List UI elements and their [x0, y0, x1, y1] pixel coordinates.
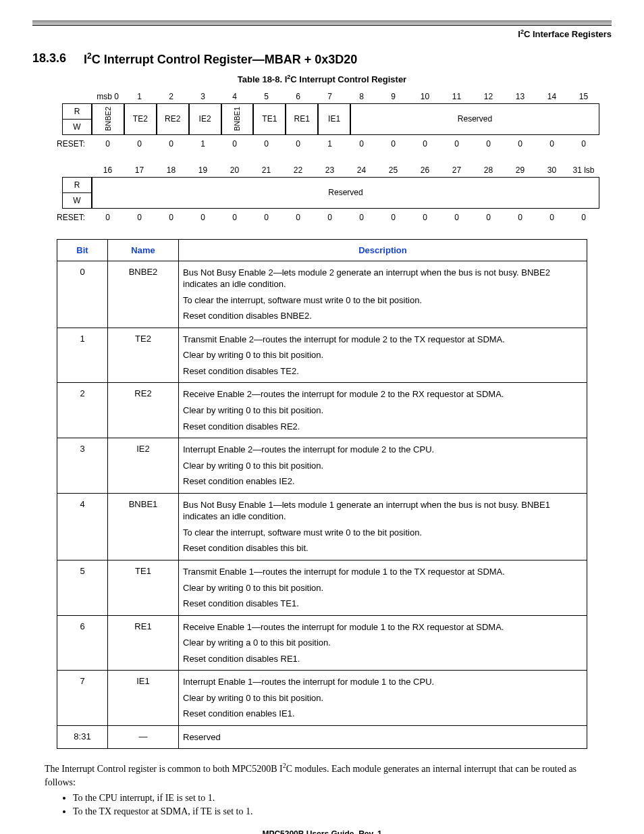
cell-description: Interrupt Enable 2—routes the interrupt …: [179, 438, 587, 494]
reset-value: 0: [504, 137, 536, 151]
table-row: 6RE1Receive Enable 1—routes the interrup…: [57, 615, 587, 671]
bit-number: 3: [187, 92, 219, 101]
reset-label: RESET:: [45, 211, 92, 224]
section-heading: 18.3.6 I2C Interrupt Control Register—MB…: [32, 51, 612, 67]
reset-value: 0: [346, 211, 377, 224]
reset-value: 0: [314, 211, 346, 224]
bit-number: 30: [536, 165, 568, 175]
reset-value: 0: [155, 211, 187, 224]
bit-number: 12: [473, 92, 504, 101]
register-field: Reserved: [92, 177, 599, 209]
reset-value: 1: [187, 137, 219, 151]
reset-value: 0: [92, 211, 124, 224]
section-number: 18.3.6: [32, 51, 66, 67]
read-label: R: [62, 177, 92, 192]
bit-number: 13: [504, 92, 536, 101]
cell-description: Interrupt Enable 1—routes the interrupt …: [179, 671, 587, 726]
reset-value: 0: [536, 211, 568, 224]
register-field: BNBE2: [92, 103, 124, 135]
register-field: TE1: [253, 103, 286, 135]
bullet-list: To the CPU interrupt, if IE is set to 1.…: [73, 793, 612, 817]
register-diagram-low: 16171819202122232425262728293031 lsb R W…: [45, 165, 599, 224]
list-item: To the TX requestor at SDMA, if TE is se…: [73, 806, 612, 817]
bit-number: 18: [155, 165, 187, 175]
register-diagram-high: msb 0123456789101112131415 R W BNBE2TE2R…: [45, 92, 599, 151]
cell-description: Transmit Enable 1—routes the interrupt f…: [179, 560, 587, 615]
reset-value: 0: [441, 211, 473, 224]
bit-number: 11: [441, 92, 473, 101]
read-label: R: [62, 103, 92, 119]
bit-number: 15: [568, 92, 599, 101]
cell-bit: 5: [57, 560, 108, 615]
cell-name: BNBE2: [108, 261, 179, 328]
register-field: TE2: [124, 103, 157, 135]
reset-value: 0: [441, 137, 473, 151]
cell-description: Bus Not Busy Enable 1—lets module 1 gene…: [179, 493, 587, 560]
bit-number: 27: [441, 165, 473, 175]
register-field: BNBE1: [221, 103, 254, 135]
reset-label: RESET:: [45, 137, 92, 151]
reset-value: 0: [504, 211, 536, 224]
col-bit: Bit: [57, 239, 108, 261]
cell-bit: 6: [57, 615, 108, 671]
write-label: W: [62, 119, 92, 135]
cell-description: Bus Not Busy Enable 2—lets module 2 gene…: [179, 261, 587, 328]
bit-number: 21: [250, 165, 282, 175]
reset-value: 0: [536, 137, 568, 151]
reset-value: 0: [187, 211, 219, 224]
running-head: I2C Interface Registers: [32, 28, 612, 39]
cell-name: RE2: [108, 383, 179, 438]
cell-bit: 2: [57, 383, 108, 438]
bit-number: msb 0: [92, 92, 124, 101]
reset-value: 0: [250, 137, 282, 151]
bit-number: 23: [314, 165, 346, 175]
cell-description: Receive Enable 1—routes the interrupt fo…: [179, 615, 587, 671]
reset-value: 0: [282, 211, 314, 224]
reset-value: 0: [282, 137, 314, 151]
bit-number: 29: [504, 165, 536, 175]
col-name: Name: [108, 239, 179, 261]
table-row: 3IE2Interrupt Enable 2—routes the interr…: [57, 438, 587, 494]
cell-bit: 1: [57, 328, 108, 383]
cell-bit: 0: [57, 261, 108, 328]
reset-value: 0: [568, 137, 599, 151]
bit-number: 6: [282, 92, 314, 101]
reset-value: 0: [409, 211, 441, 224]
reset-value: 0: [155, 137, 187, 151]
cell-name: BNBE1: [108, 493, 179, 560]
cell-bit: 8:31: [57, 725, 108, 749]
table-row: 7IE1Interrupt Enable 1—routes the interr…: [57, 671, 587, 726]
cell-description: Transmit Enable 2—routes the interrupt f…: [179, 328, 587, 383]
reset-value: 0: [250, 211, 282, 224]
register-field: RE1: [286, 103, 318, 135]
table-row: 2RE2Receive Enable 2—routes the interrup…: [57, 383, 587, 438]
bit-number: 19: [187, 165, 219, 175]
bit-number: 1: [124, 92, 155, 101]
bit-number: 17: [124, 165, 155, 175]
reset-value: 0: [377, 137, 409, 151]
header-rule: [32, 20, 612, 26]
table-caption: Table 18-8. I2C Interrupt Control Regist…: [32, 74, 612, 84]
reset-value: 1: [314, 137, 346, 151]
register-field: IE2: [189, 103, 221, 135]
reset-value: 0: [124, 137, 155, 151]
reset-value: 0: [92, 137, 124, 151]
bit-number: 22: [282, 165, 314, 175]
table-row: 1TE2Transmit Enable 2—routes the interru…: [57, 328, 587, 383]
bit-number: 24: [346, 165, 377, 175]
reset-value: 0: [473, 137, 504, 151]
reset-value: 0: [377, 211, 409, 224]
bit-number: 28: [473, 165, 504, 175]
footer-guide: MPC5200B Users Guide, Rev. 1: [32, 829, 612, 834]
section-title-text: I2C Interrupt Control Register—MBAR + 0x…: [84, 51, 357, 67]
table-row: 0BNBE2Bus Not Busy Enable 2—lets module …: [57, 261, 587, 328]
bit-description-table: Bit Name Description 0BNBE2Bus Not Busy …: [57, 239, 587, 750]
bit-number: 10: [409, 92, 441, 101]
bit-number: 4: [219, 92, 250, 101]
table-row: 8:31—Reserved: [57, 725, 587, 749]
reset-value: 0: [124, 211, 155, 224]
cell-name: TE1: [108, 560, 179, 615]
bit-number: 25: [377, 165, 409, 175]
bit-number: 16: [92, 165, 124, 175]
cell-name: TE2: [108, 328, 179, 383]
